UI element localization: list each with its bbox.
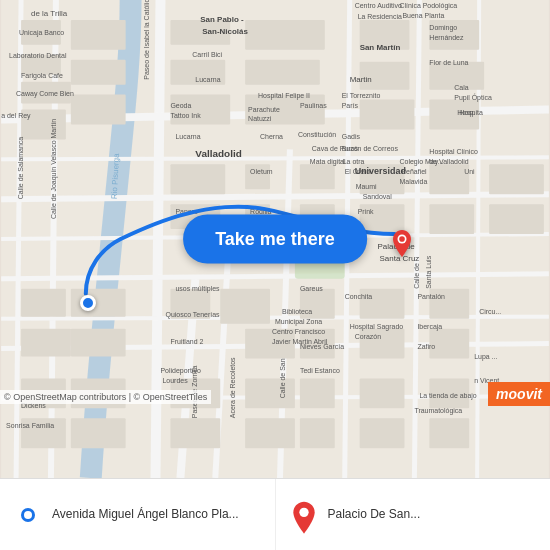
svg-text:Hernández: Hernández (429, 34, 464, 41)
svg-text:Javier Martin Abril: Javier Martin Abril (272, 338, 328, 345)
svg-text:Tattoo Ink: Tattoo Ink (170, 112, 201, 119)
svg-rect-28 (245, 20, 325, 50)
svg-text:Domingo: Domingo (429, 24, 457, 32)
svg-text:Colegio May...: Colegio May... (399, 158, 443, 166)
svg-text:Oletum: Oletum (250, 168, 273, 175)
svg-text:Corazón: Corazón (355, 333, 381, 340)
svg-text:Gadis: Gadis (342, 133, 361, 140)
svg-text:Farigola Cafe: Farigola Cafe (21, 72, 63, 80)
svg-text:Cala: Cala (454, 84, 468, 91)
svg-text:Caway Come Bien: Caway Come Bien (16, 90, 74, 98)
svg-text:Unicaja Banco: Unicaja Banco (19, 29, 64, 37)
svg-text:Parachute: Parachute (248, 106, 280, 113)
svg-rect-37 (170, 164, 225, 194)
svg-rect-46 (429, 204, 474, 234)
svg-text:Quiosco Tenerías: Quiosco Tenerías (165, 311, 220, 319)
svg-rect-72 (245, 418, 295, 448)
svg-text:Tedi   Estanco: Tedi Estanco (300, 367, 340, 374)
svg-rect-59 (21, 329, 71, 357)
svg-text:Paseo de Isabel la Católica: Paseo de Isabel la Católica (143, 0, 150, 80)
svg-text:La Residencia: La Residencia (358, 13, 402, 20)
svg-text:Lupa ...: Lupa ... (474, 353, 497, 361)
svg-text:Lucarna: Lucarna (175, 133, 200, 140)
svg-text:Flor de Luna: Flor de Luna (429, 59, 468, 66)
svg-point-169 (399, 236, 405, 242)
svg-text:a del Rey: a del Rey (1, 112, 31, 120)
svg-text:Hospital Clínico: Hospital Clínico (429, 148, 478, 156)
svg-text:Maumi: Maumi (356, 183, 377, 190)
svg-rect-48 (489, 204, 544, 234)
svg-rect-65 (245, 378, 295, 408)
svg-text:Peñafiel: Peñafiel (401, 168, 427, 175)
origin-text: Avenida Miguel Ángel Blanco Pla... (52, 507, 239, 523)
svg-point-172 (299, 507, 308, 516)
svg-text:Pupil Óptica: Pupil Óptica (454, 93, 492, 102)
app-container: de la Trilla Unicaja Banco Laboratorio D… (0, 0, 550, 550)
svg-text:Geoda: Geoda (170, 102, 191, 109)
svg-text:Pantalón: Pantalón (417, 293, 445, 300)
svg-text:La tienda de abajo: La tienda de abajo (419, 392, 476, 400)
svg-text:Calle de Joaquín Velasco Martí: Calle de Joaquín Velasco Martín (50, 119, 58, 219)
svg-rect-61 (71, 329, 126, 357)
svg-text:Santa Luis: Santa Luis (425, 255, 432, 288)
svg-rect-57 (429, 329, 469, 359)
svg-rect-58 (21, 289, 66, 317)
svg-text:Ibercaja: Ibercaja (417, 323, 442, 331)
destination-icon (288, 499, 320, 531)
svg-text:Prink: Prink (358, 208, 374, 215)
svg-rect-33 (360, 100, 415, 130)
svg-text:Centro Francisco: Centro Francisco (272, 328, 325, 335)
svg-rect-75 (429, 418, 469, 448)
start-pin (80, 295, 96, 311)
svg-text:Calle de Salamanca: Calle de Salamanca (17, 137, 24, 199)
svg-rect-45 (429, 164, 469, 194)
svg-rect-29 (245, 60, 320, 85)
svg-rect-22 (71, 20, 126, 50)
svg-text:Cherna: Cherna (260, 133, 283, 140)
svg-rect-70 (71, 418, 126, 448)
end-pin (388, 230, 416, 270)
svg-text:Hospital Sagrado: Hospital Sagrado (350, 323, 404, 331)
svg-text:Gareus: Gareus (300, 285, 323, 292)
svg-text:Hosp.: Hosp. (457, 109, 475, 117)
svg-rect-71 (170, 418, 220, 448)
svg-rect-67 (360, 378, 405, 408)
map-container[interactable]: de la Trilla Unicaja Banco Laboratorio D… (0, 0, 550, 478)
map-attribution: © OpenStreetMap contributors | © OpenStr… (0, 390, 211, 404)
svg-text:Martin: Martin (350, 75, 372, 84)
svg-point-171 (24, 511, 32, 519)
svg-text:Circu...: Circu... (479, 308, 501, 315)
svg-text:El Torreznito: El Torreznito (342, 92, 381, 99)
svg-text:El Otero: El Otero (345, 168, 371, 175)
svg-text:Polideportivo: Polideportivo (160, 367, 200, 375)
svg-text:Calle de San: Calle de San (279, 358, 286, 398)
svg-text:Buena Planta: Buena Planta (402, 12, 444, 19)
svg-text:Cava de Puros: Cava de Puros (312, 145, 359, 152)
svg-text:Paulinas: Paulinas (300, 102, 327, 109)
svg-text:Constitución: Constitución (298, 131, 336, 138)
svg-text:Sonrisa Familia: Sonrisa Familia (6, 422, 54, 429)
svg-text:París: París (342, 102, 359, 109)
origin-cell[interactable]: Avenida Miguel Ángel Blanco Pla... (0, 479, 276, 550)
svg-rect-41 (300, 164, 335, 189)
take-me-there-button[interactable]: Take me there (183, 215, 367, 264)
svg-text:Laboratorio Dental: Laboratorio Dental (9, 52, 67, 59)
destination-text: Palacio De San... (328, 507, 421, 523)
svg-text:Conchita: Conchita (345, 293, 373, 300)
svg-rect-50 (220, 289, 270, 324)
svg-text:Carril Bici: Carril Bici (192, 51, 222, 58)
svg-rect-23 (71, 60, 126, 85)
svg-rect-74 (360, 418, 405, 448)
svg-text:Malavida: Malavida (399, 178, 427, 185)
svg-text:Fruitland 2: Fruitland 2 (170, 338, 203, 345)
svg-text:de la Trilla: de la Trilla (31, 9, 68, 18)
svg-text:Valladolid: Valladolid (195, 148, 241, 159)
svg-rect-47 (489, 164, 544, 194)
svg-rect-27 (170, 95, 230, 125)
svg-text:Zafiro: Zafiro (417, 343, 435, 350)
destination-cell[interactable]: Palacio De San... (276, 479, 551, 550)
svg-text:Uni: Uni (464, 168, 475, 175)
svg-text:Acera de Recoletos: Acera de Recoletos (229, 357, 236, 418)
origin-icon (12, 499, 44, 531)
svg-text:Panero: Panero (175, 208, 198, 215)
